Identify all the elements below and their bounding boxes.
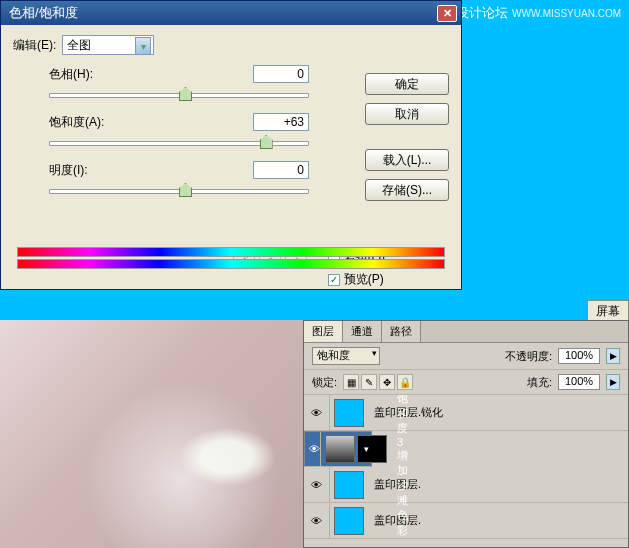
sat-slider[interactable] bbox=[49, 133, 309, 151]
opacity-label: 不透明度: bbox=[505, 349, 552, 364]
hue-input[interactable] bbox=[253, 65, 309, 83]
save-button[interactable]: 存储(S)... bbox=[365, 179, 449, 201]
fill-arrow-icon[interactable]: ▶ bbox=[606, 374, 620, 390]
sat-label: 饱和度(A): bbox=[49, 114, 104, 131]
tab-channels[interactable]: 通道 bbox=[343, 321, 382, 342]
mask-thumb bbox=[357, 435, 387, 463]
layer-thumb bbox=[334, 507, 364, 535]
lock-label: 锁定: bbox=[312, 375, 337, 390]
screen-tab[interactable]: 屏幕 bbox=[587, 300, 629, 322]
load-button[interactable]: 载入(L)... bbox=[365, 149, 449, 171]
photo-preview bbox=[0, 320, 303, 548]
layer-row[interactable]: 👁色相/饱和度 3增加沙滩色彩 bbox=[304, 431, 372, 467]
light-slider[interactable] bbox=[49, 181, 309, 199]
ok-button[interactable]: 确定 bbox=[365, 73, 449, 95]
lock-paint-icon[interactable]: ✎ bbox=[361, 374, 377, 390]
light-label: 明度(I): bbox=[49, 162, 88, 179]
edit-combo[interactable]: 全图 bbox=[62, 35, 154, 55]
lock-transparent-icon[interactable]: ▦ bbox=[343, 374, 359, 390]
fill-label: 填充: bbox=[527, 375, 552, 390]
tab-layers[interactable]: 图层 bbox=[304, 321, 343, 342]
hue-label: 色相(H): bbox=[49, 66, 93, 83]
lock-all-icon[interactable]: 🔒 bbox=[397, 374, 413, 390]
sat-input[interactable] bbox=[253, 113, 309, 131]
layer-row[interactable]: 👁盖印图层.锐化 bbox=[304, 395, 628, 431]
adjustment-thumb bbox=[325, 435, 355, 463]
tab-paths[interactable]: 路径 bbox=[382, 321, 421, 342]
light-input[interactable] bbox=[253, 161, 309, 179]
visibility-eye-icon[interactable]: 👁 bbox=[304, 395, 330, 430]
fill-value[interactable]: 100% bbox=[558, 374, 600, 390]
layer-thumb bbox=[334, 399, 364, 427]
layer-thumb bbox=[334, 471, 364, 499]
visibility-eye-icon[interactable]: 👁 bbox=[304, 503, 330, 538]
preview-label: 预览(P) bbox=[344, 271, 384, 288]
opacity-value[interactable]: 100% bbox=[558, 348, 600, 364]
edit-label: 编辑(E): bbox=[13, 37, 56, 54]
close-button[interactable]: ✕ bbox=[437, 5, 457, 22]
blend-mode-select[interactable]: 饱和度 bbox=[312, 347, 380, 365]
hue-saturation-dialog: 色相/饱和度 ✕ 编辑(E): 全图 色相(H): 饱和度(A): 明度(I):… bbox=[0, 0, 462, 290]
visibility-eye-icon[interactable]: 👁 bbox=[304, 467, 330, 502]
opacity-arrow-icon[interactable]: ▶ bbox=[606, 348, 620, 364]
titlebar[interactable]: 色相/饱和度 ✕ bbox=[1, 1, 461, 25]
visibility-eye-icon[interactable]: 👁 bbox=[309, 432, 321, 466]
preview-checkbox[interactable]: ✓ bbox=[328, 274, 340, 286]
dialog-title: 色相/饱和度 bbox=[9, 4, 78, 22]
layers-panel: 图层 通道 路径 饱和度 不透明度: 100% ▶ 锁定: ▦ ✎ ✥ 🔒 填充… bbox=[303, 320, 629, 548]
layer-name: 色相/饱和度 3增加沙滩色彩 bbox=[391, 395, 411, 538]
cancel-button[interactable]: 取消 bbox=[365, 103, 449, 125]
layer-row[interactable]: 👁盖印图层. bbox=[304, 503, 628, 539]
hue-gradient-bar bbox=[17, 247, 445, 273]
hue-slider[interactable] bbox=[49, 85, 309, 103]
lock-move-icon[interactable]: ✥ bbox=[379, 374, 395, 390]
layer-row[interactable]: 👁盖印图层. bbox=[304, 467, 628, 503]
